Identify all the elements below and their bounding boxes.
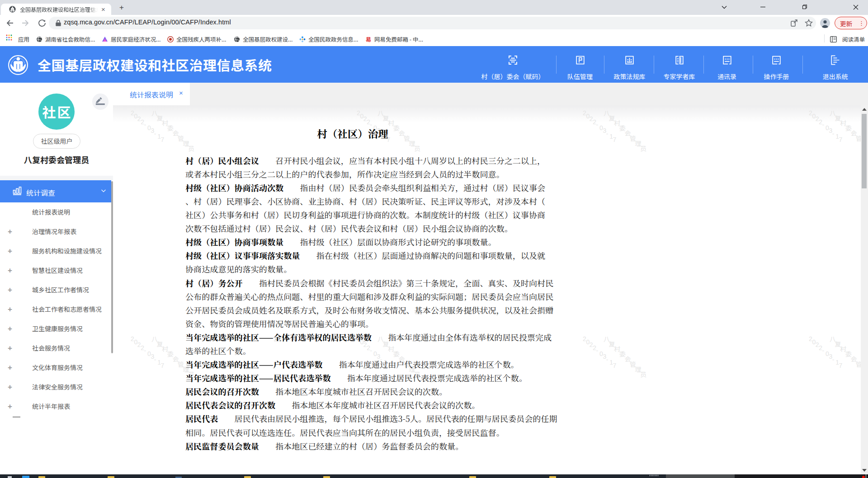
svg-text:易: 易 xyxy=(366,36,371,42)
